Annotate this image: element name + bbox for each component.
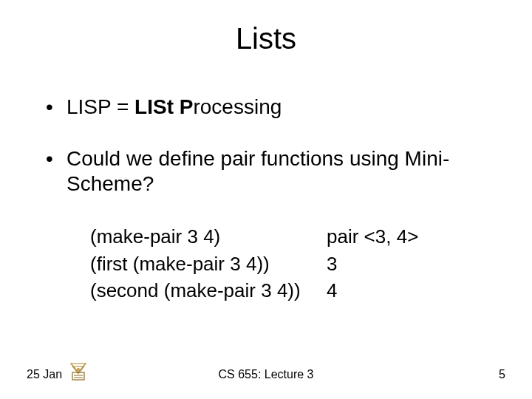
- example-row: (second (make-pair 3 4)) 4: [90, 277, 495, 304]
- example-expr: (make-pair 3 4): [90, 223, 327, 250]
- text-span: rocessing: [193, 95, 282, 118]
- bullet-item: • Could we define pair functions using M…: [46, 146, 495, 197]
- footer-page-number: 5: [499, 368, 505, 381]
- slide-title: Lists: [0, 22, 532, 55]
- example-row: (make-pair 3 4) pair <3, 4>: [90, 223, 495, 250]
- slide: Lists • LISP = LISt Processing • Could w…: [0, 0, 532, 399]
- bullet-text: LISP = LISt Processing: [66, 95, 495, 120]
- text-span: LISP =: [66, 95, 134, 118]
- bullet-item: • LISP = LISt Processing: [46, 95, 495, 120]
- example-result: pair <3, 4>: [327, 223, 495, 250]
- bullet-text: Could we define pair functions using Min…: [66, 146, 495, 197]
- example-row: (first (make-pair 3 4)) 3: [90, 250, 495, 277]
- bullet-marker: •: [46, 146, 66, 171]
- text-bold: LISt P: [134, 95, 193, 118]
- slide-footer: 25 Jan CS 655: Lecture 3 5: [0, 355, 532, 384]
- examples-block: (make-pair 3 4) pair <3, 4> (first (make…: [90, 223, 495, 304]
- example-expr: (second (make-pair 3 4)): [90, 277, 327, 304]
- example-expr: (first (make-pair 3 4)): [90, 250, 327, 277]
- example-result: 3: [327, 250, 495, 277]
- bullet-marker: •: [46, 95, 66, 120]
- example-result: 4: [327, 277, 495, 304]
- footer-center: CS 655: Lecture 3: [0, 368, 532, 381]
- slide-body: • LISP = LISt Processing • Could we defi…: [46, 95, 495, 304]
